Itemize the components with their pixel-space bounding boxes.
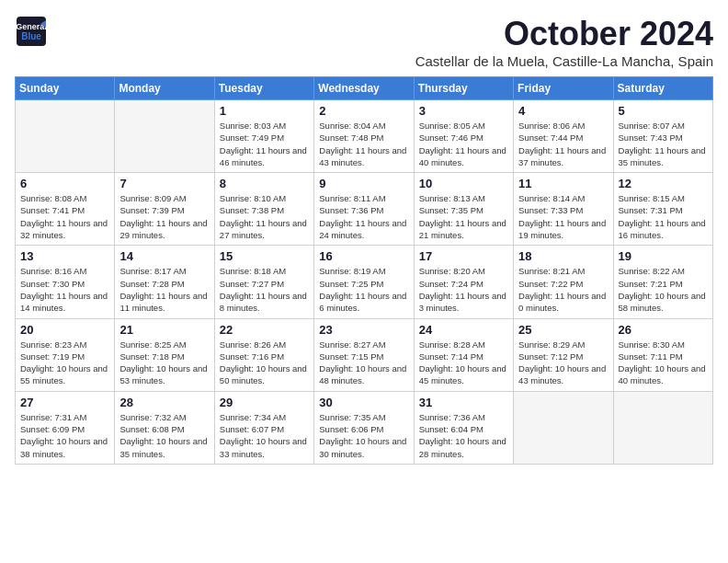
weekday-header-thursday: Thursday (414, 77, 513, 100)
calendar-cell (115, 100, 214, 173)
calendar-cell: 12Sunrise: 8:15 AM Sunset: 7:31 PM Dayli… (613, 173, 712, 246)
day-info: Sunrise: 8:09 AM Sunset: 7:39 PM Dayligh… (119, 192, 209, 241)
day-number: 20 (20, 323, 109, 337)
day-info: Sunrise: 8:26 AM Sunset: 7:16 PM Dayligh… (220, 339, 309, 387)
day-number: 21 (119, 323, 209, 337)
calendar-cell: 23Sunrise: 8:27 AM Sunset: 7:15 PM Dayli… (314, 318, 414, 391)
calendar-cell: 20Sunrise: 8:23 AM Sunset: 7:19 PM Dayli… (16, 318, 115, 391)
day-info: Sunrise: 8:18 AM Sunset: 7:27 PM Dayligh… (220, 265, 309, 314)
svg-text:Blue: Blue (21, 31, 41, 41)
day-number: 10 (419, 177, 508, 190)
day-number: 23 (319, 323, 408, 337)
day-number: 7 (119, 177, 209, 190)
day-number: 27 (20, 396, 109, 409)
day-info: Sunrise: 8:17 AM Sunset: 7:28 PM Dayligh… (119, 265, 209, 314)
weekday-header-monday: Monday (115, 77, 214, 100)
day-number: 1 (220, 104, 309, 118)
day-number: 6 (20, 177, 109, 190)
calendar-cell: 19Sunrise: 8:22 AM Sunset: 7:21 PM Dayli… (613, 246, 712, 318)
day-number: 31 (419, 396, 508, 409)
weekday-header-sunday: Sunday (16, 77, 115, 100)
weekday-header-row: SundayMondayTuesdayWednesdayThursdayFrid… (16, 77, 713, 100)
calendar-cell: 7Sunrise: 8:09 AM Sunset: 7:39 PM Daylig… (115, 173, 214, 246)
day-info: Sunrise: 8:21 AM Sunset: 7:22 PM Dayligh… (518, 265, 608, 314)
location-title: Castellar de la Muela, Castille-La Manch… (415, 53, 713, 69)
day-number: 8 (220, 177, 309, 190)
day-number: 5 (619, 104, 708, 118)
logo: General Blue (15, 15, 48, 48)
day-number: 16 (319, 249, 408, 263)
calendar-cell: 22Sunrise: 8:26 AM Sunset: 7:16 PM Dayli… (214, 318, 313, 391)
calendar-cell: 25Sunrise: 8:29 AM Sunset: 7:12 PM Dayli… (514, 318, 613, 391)
calendar-cell: 9Sunrise: 8:11 AM Sunset: 7:36 PM Daylig… (314, 173, 414, 246)
calendar-cell: 26Sunrise: 8:30 AM Sunset: 7:11 PM Dayli… (613, 318, 712, 391)
calendar-cell: 16Sunrise: 8:19 AM Sunset: 7:25 PM Dayli… (314, 246, 414, 318)
day-number: 18 (518, 249, 608, 263)
day-info: Sunrise: 8:29 AM Sunset: 7:12 PM Dayligh… (518, 339, 608, 387)
day-number: 26 (619, 323, 708, 337)
day-info: Sunrise: 8:13 AM Sunset: 7:35 PM Dayligh… (419, 192, 508, 241)
day-info: Sunrise: 8:30 AM Sunset: 7:11 PM Dayligh… (619, 339, 708, 387)
weekday-header-saturday: Saturday (613, 77, 712, 100)
weekday-header-friday: Friday (514, 77, 613, 100)
calendar-cell: 28Sunrise: 7:32 AM Sunset: 6:08 PM Dayli… (115, 391, 214, 464)
day-number: 13 (20, 249, 109, 263)
day-number: 9 (319, 177, 408, 190)
calendar-cell (16, 100, 115, 173)
calendar-cell: 21Sunrise: 8:25 AM Sunset: 7:18 PM Dayli… (115, 318, 214, 391)
day-info: Sunrise: 8:15 AM Sunset: 7:31 PM Dayligh… (619, 192, 708, 241)
calendar-week-4: 20Sunrise: 8:23 AM Sunset: 7:19 PM Dayli… (16, 318, 713, 391)
day-info: Sunrise: 8:23 AM Sunset: 7:19 PM Dayligh… (20, 339, 109, 387)
calendar-cell: 30Sunrise: 7:35 AM Sunset: 6:06 PM Dayli… (314, 391, 414, 464)
day-info: Sunrise: 8:07 AM Sunset: 7:43 PM Dayligh… (619, 120, 708, 168)
day-number: 11 (518, 177, 608, 190)
page-header: General Blue October 2024 Castellar de l… (15, 15, 713, 69)
day-number: 29 (220, 396, 309, 409)
calendar-cell: 1Sunrise: 8:03 AM Sunset: 7:49 PM Daylig… (214, 100, 313, 173)
day-number: 19 (619, 249, 708, 263)
calendar-table: SundayMondayTuesdayWednesdayThursdayFrid… (15, 76, 713, 465)
day-number: 12 (619, 177, 708, 190)
day-info: Sunrise: 8:03 AM Sunset: 7:49 PM Dayligh… (220, 120, 309, 168)
day-info: Sunrise: 7:34 AM Sunset: 6:07 PM Dayligh… (220, 411, 309, 460)
day-info: Sunrise: 8:28 AM Sunset: 7:14 PM Dayligh… (419, 339, 508, 387)
calendar-cell: 6Sunrise: 8:08 AM Sunset: 7:41 PM Daylig… (16, 173, 115, 246)
calendar-cell: 3Sunrise: 8:05 AM Sunset: 7:46 PM Daylig… (414, 100, 513, 173)
day-number: 30 (319, 396, 408, 409)
calendar-cell: 18Sunrise: 8:21 AM Sunset: 7:22 PM Dayli… (514, 246, 613, 318)
calendar-week-3: 13Sunrise: 8:16 AM Sunset: 7:30 PM Dayli… (16, 246, 713, 318)
day-info: Sunrise: 7:36 AM Sunset: 6:04 PM Dayligh… (419, 411, 508, 460)
day-info: Sunrise: 8:25 AM Sunset: 7:18 PM Dayligh… (119, 339, 209, 387)
day-number: 24 (419, 323, 508, 337)
day-info: Sunrise: 8:06 AM Sunset: 7:44 PM Dayligh… (518, 120, 608, 168)
day-number: 15 (220, 249, 309, 263)
day-number: 2 (319, 104, 408, 118)
day-number: 28 (119, 396, 209, 409)
calendar-cell: 8Sunrise: 8:10 AM Sunset: 7:38 PM Daylig… (214, 173, 313, 246)
calendar-cell: 29Sunrise: 7:34 AM Sunset: 6:07 PM Dayli… (214, 391, 313, 464)
calendar-cell (514, 391, 613, 464)
calendar-week-1: 1Sunrise: 8:03 AM Sunset: 7:49 PM Daylig… (16, 100, 713, 173)
calendar-cell: 17Sunrise: 8:20 AM Sunset: 7:24 PM Dayli… (414, 246, 513, 318)
day-info: Sunrise: 8:14 AM Sunset: 7:33 PM Dayligh… (518, 192, 608, 241)
logo-icon: General Blue (15, 15, 48, 48)
calendar-cell: 2Sunrise: 8:04 AM Sunset: 7:48 PM Daylig… (314, 100, 414, 173)
day-info: Sunrise: 8:19 AM Sunset: 7:25 PM Dayligh… (319, 265, 408, 314)
weekday-header-wednesday: Wednesday (314, 77, 414, 100)
calendar-cell: 27Sunrise: 7:31 AM Sunset: 6:09 PM Dayli… (16, 391, 115, 464)
day-number: 4 (518, 104, 608, 118)
calendar-week-2: 6Sunrise: 8:08 AM Sunset: 7:41 PM Daylig… (16, 173, 713, 246)
calendar-cell: 24Sunrise: 8:28 AM Sunset: 7:14 PM Dayli… (414, 318, 513, 391)
day-info: Sunrise: 8:04 AM Sunset: 7:48 PM Dayligh… (319, 120, 408, 168)
day-info: Sunrise: 8:22 AM Sunset: 7:21 PM Dayligh… (619, 265, 708, 314)
day-info: Sunrise: 8:20 AM Sunset: 7:24 PM Dayligh… (419, 265, 508, 314)
day-info: Sunrise: 8:05 AM Sunset: 7:46 PM Dayligh… (419, 120, 508, 168)
day-info: Sunrise: 7:32 AM Sunset: 6:08 PM Dayligh… (119, 411, 209, 460)
title-block: October 2024 Castellar de la Muela, Cast… (415, 15, 713, 69)
day-number: 3 (419, 104, 508, 118)
day-number: 14 (119, 249, 209, 263)
day-info: Sunrise: 8:27 AM Sunset: 7:15 PM Dayligh… (319, 339, 408, 387)
day-number: 22 (220, 323, 309, 337)
calendar-cell: 5Sunrise: 8:07 AM Sunset: 7:43 PM Daylig… (613, 100, 712, 173)
month-title: October 2024 (415, 15, 713, 53)
